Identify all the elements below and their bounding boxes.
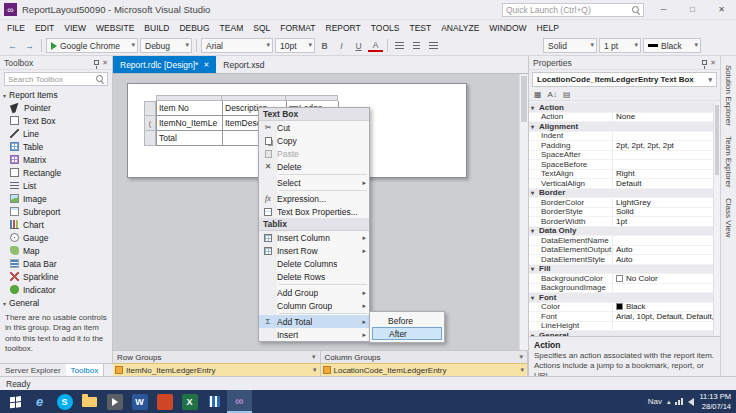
align-right-button[interactable] [426,38,441,53]
menu-file[interactable]: FILE [2,20,30,36]
property-row[interactable]: LineHeight [529,322,720,332]
minimize-button[interactable]: ─ [649,0,678,19]
tab-toolbox[interactable]: Toolbox [66,364,105,376]
property-row[interactable]: BackgroundImage [529,284,720,294]
menu-item-add-total[interactable]: ΣAdd Total [259,315,369,328]
powerpoint-button[interactable] [152,390,177,413]
categorized-icon[interactable]: ▦ [534,90,542,99]
menu-help[interactable]: HELP [532,20,564,36]
word-button[interactable]: W [127,390,152,413]
property-row[interactable]: Indent [529,132,720,142]
start-button[interactable] [2,390,27,413]
font-family-dropdown[interactable]: Arial [201,38,273,53]
column-groups-header[interactable]: Column Groups [321,351,528,363]
close-icon[interactable]: ✕ [102,59,108,67]
menu-item-copy[interactable]: Copy [259,134,369,147]
menu-item-insert-row[interactable]: Insert Row [259,244,369,257]
pin-icon[interactable] [94,60,99,65]
toolbox-item-chart[interactable]: Chart [0,218,112,231]
cell-itemno-field[interactable]: ItemNo_ItemLe [157,116,223,131]
properties-object-dropdown[interactable]: LocationCode_ItemLedgerEntry Text Box [532,72,717,87]
toolbox-item-list[interactable]: List [0,179,112,192]
menu-item-expression[interactable]: fxExpression... [259,192,369,205]
tab-report-xsd[interactable]: Report.xsd [216,56,271,73]
scrollbar-thumb[interactable] [715,105,719,175]
menu-item-insert[interactable]: Insert [259,328,369,341]
property-row[interactable]: ActionNone [529,113,720,123]
network-icon[interactable] [675,398,683,405]
border-style-dropdown[interactable]: Solid [543,38,597,53]
menu-team[interactable]: TEAM [215,20,249,36]
menu-format[interactable]: FORMAT [275,20,320,36]
tab-server-explorer[interactable]: Server Explorer [0,364,66,376]
menu-item-column-group[interactable]: Column Group [259,299,369,312]
property-row[interactable]: Padding2pt, 2pt, 2pt, 2pt [529,141,720,151]
bold-button[interactable]: B [317,38,332,53]
toolbox-item-sparkline[interactable]: Sparkline [0,270,112,283]
file-explorer-button[interactable] [77,390,102,413]
pin-icon[interactable] [702,60,707,65]
property-row[interactable]: DataElementStyleAuto [529,255,720,265]
property-category[interactable]: ▾Fill [529,265,720,275]
property-category[interactable]: ▾Border [529,189,720,199]
toolbox-item-gauge[interactable]: Gauge [0,231,112,244]
close-button[interactable]: ✕ [707,0,736,19]
row-handle-group[interactable]: ( [144,116,156,131]
toolbox-group-general[interactable]: General [0,296,112,309]
property-row[interactable]: BorderWidth1pt [529,217,720,227]
maximize-button[interactable]: □ [678,0,707,19]
menu-website[interactable]: WEBSITE [91,20,139,36]
italic-button[interactable]: I [334,38,349,53]
tab-team-explorer[interactable]: Team Explorer [724,136,733,188]
cell-item-no[interactable]: Item No [157,101,223,116]
font-color-button[interactable]: A [368,39,383,52]
toolbox-item-table[interactable]: Table [0,140,112,153]
properties-scrollbar[interactable] [713,103,720,336]
menu-tools[interactable]: TOOLS [366,20,405,36]
internet-explorer-button[interactable]: e [27,390,52,413]
collapse-arrow-icon[interactable]: ▾ [531,189,534,196]
column-group-item[interactable]: LocationCode_ItemLedgerEntry [321,363,528,376]
property-row[interactable]: DataElementName [529,236,720,246]
property-category[interactable]: ▾Font [529,293,720,303]
menu-item-delete[interactable]: ✕Delete [259,160,369,173]
property-category[interactable]: ▾Action [529,103,720,113]
align-left-button[interactable] [392,38,407,53]
toolbox-search-input[interactable]: Search Toolbox [4,72,108,86]
design-vertical-scrollbar[interactable] [519,74,528,350]
chart-app-button[interactable] [202,390,227,413]
toolbox-item-pointer[interactable]: Pointer [0,101,112,114]
underline-button[interactable]: U [351,38,366,53]
navigate-forward-icon[interactable]: → [22,38,37,53]
toolbox-item-databar[interactable]: Data Bar [0,257,112,270]
collapse-arrow-icon[interactable]: ▾ [531,123,534,130]
quick-launch-input[interactable]: Quick Launch (Ctrl+Q) [502,3,644,17]
property-row[interactable]: VerticalAlignDefault [529,179,720,189]
close-tab-icon[interactable]: ✕ [203,61,209,69]
menu-item-delete-rows[interactable]: Delete Rows [259,270,369,283]
excel-button[interactable]: X [177,390,202,413]
row-handle[interactable] [144,101,156,116]
tray-nav-label[interactable]: Nav [648,397,662,406]
row-group-item[interactable]: ItemNo_ItemLedgerEntry [113,363,320,376]
toolbox-item-textbox[interactable]: Text Box [0,114,112,127]
close-icon[interactable]: ✕ [710,59,716,67]
collapse-arrow-icon[interactable]: ▾ [531,294,534,301]
border-color-dropdown[interactable]: Black [643,38,701,53]
menu-item-cut[interactable]: ✂Cut [259,121,369,134]
menu-item-before[interactable]: Before [372,314,442,327]
scrollbar-thumb[interactable] [521,76,527,122]
configuration-dropdown[interactable]: Debug [140,38,192,53]
toolbox-item-rectangle[interactable]: Rectangle [0,166,112,179]
menu-test[interactable]: TEST [404,20,436,36]
property-row[interactable]: BorderColorLightGrey [529,198,720,208]
collapse-arrow-icon[interactable]: ▾ [531,227,534,234]
property-pages-icon[interactable]: ▤ [563,90,571,99]
menu-edit[interactable]: EDIT [30,20,59,36]
volume-icon[interactable] [688,398,694,406]
tray-expand-icon[interactable]: ▴ [667,398,671,406]
toolbox-item-map[interactable]: Map [0,244,112,257]
toolbox-item-line[interactable]: Line [0,127,112,140]
menu-item-add-group[interactable]: Add Group [259,286,369,299]
toolbox-item-indicator[interactable]: Indicator [0,283,112,296]
